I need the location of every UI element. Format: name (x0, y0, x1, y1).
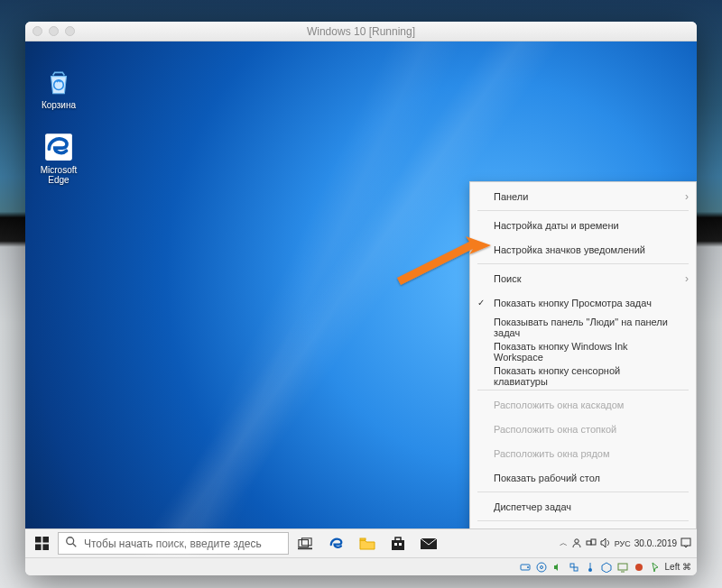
vm-display-icon[interactable] (616, 561, 629, 574)
task-view-button[interactable] (289, 529, 321, 557)
menu-separator (477, 520, 689, 521)
svg-point-24 (537, 563, 546, 572)
taskbar-app-mail[interactable] (413, 529, 444, 557)
menu-separator (477, 263, 689, 264)
svg-rect-15 (394, 543, 397, 546)
recycle-bin-icon (43, 67, 74, 97)
svg-point-8 (67, 537, 74, 545)
taskbar: Чтобы начать поиск, введите здесь (25, 528, 697, 557)
vm-titlebar: Windows 10 [Running] (25, 22, 697, 41)
svg-rect-30 (618, 564, 627, 570)
tray-people-icon[interactable] (571, 537, 582, 550)
taskbar-context-menu: Панели › Настройка даты и времени Настро… (469, 181, 697, 557)
menu-item-task-manager[interactable]: Диспетчер задач (470, 494, 696, 519)
mail-icon (421, 537, 437, 550)
edge-label: Microsoft Edge (31, 165, 87, 185)
tray-action-center-icon[interactable] (680, 537, 691, 550)
vm-mouse-icon[interactable] (649, 561, 662, 574)
svg-rect-10 (299, 539, 309, 547)
menu-separator (477, 492, 689, 492)
taskbar-app-edge[interactable] (321, 529, 352, 557)
recycle-bin-desktop-icon[interactable]: Корзина (31, 67, 87, 110)
guest-desktop[interactable]: Корзина Microsoft Edge Панели › Настройк… (25, 41, 697, 557)
svg-rect-5 (42, 537, 49, 543)
vm-hd-icon[interactable] (519, 561, 532, 574)
svg-rect-14 (392, 540, 404, 550)
gear-icon (476, 553, 487, 557)
search-placeholder: Чтобы начать поиск, введите здесь (84, 537, 262, 550)
tray-chevron-icon[interactable]: ︿ (560, 537, 568, 549)
menu-item-notification-icons[interactable]: Настройка значков уведомлений (470, 237, 696, 262)
menu-separator (477, 210, 689, 211)
menu-item-show-keyboard[interactable]: Показать кнопку сенсорной клавиатуры (470, 363, 696, 388)
svg-marker-3 (397, 236, 491, 285)
start-button[interactable] (25, 529, 58, 557)
zoom-window-button[interactable] (65, 26, 75, 36)
vm-window: Windows 10 [Running] Корзина (25, 22, 697, 575)
edge-desktop-icon[interactable]: Microsoft Edge (31, 132, 87, 185)
tray-language[interactable]: РУС (615, 539, 631, 548)
vm-status-bar: Left ⌘ (25, 557, 697, 575)
tray-date[interactable]: 30.0..2019 (634, 539, 677, 548)
svg-rect-26 (570, 564, 574, 567)
svg-point-32 (635, 564, 643, 571)
chevron-right-icon: › (685, 190, 689, 203)
check-icon: ✓ (477, 298, 485, 308)
menu-item-search[interactable]: Поиск › (470, 266, 696, 290)
pinned-apps (321, 529, 444, 557)
vm-shared-icon[interactable] (600, 561, 613, 574)
svg-rect-27 (574, 567, 578, 571)
svg-point-0 (54, 80, 64, 90)
taskbar-app-store[interactable] (383, 529, 413, 557)
svg-point-23 (527, 566, 529, 568)
menu-item-show-people[interactable]: Показывать панель "Люди" на панели задач (470, 315, 696, 339)
vm-net-icon[interactable] (568, 561, 580, 574)
vm-title: Windows 10 [Running] (25, 25, 697, 38)
menu-item-stack: Расположить окна стопкой (470, 417, 696, 441)
menu-item-lock-taskbar[interactable]: ✓ Закрепить панель задач (470, 523, 696, 547)
svg-rect-6 (35, 544, 42, 550)
svg-rect-12 (298, 547, 312, 549)
svg-point-18 (575, 538, 579, 542)
vm-usb-icon[interactable] (584, 561, 597, 574)
menu-item-show-taskview[interactable]: ✓ Показать кнопку Просмотра задач (470, 290, 696, 315)
edge-icon (328, 535, 346, 553)
svg-rect-19 (587, 541, 591, 545)
windows-icon (35, 537, 49, 550)
annotation-arrow (392, 233, 500, 296)
search-icon (59, 536, 84, 551)
vm-host-key: Left ⌘ (665, 562, 691, 572)
svg-point-25 (540, 565, 542, 568)
taskbar-app-explorer[interactable] (352, 529, 383, 557)
store-icon (390, 536, 406, 552)
tray-network-icon[interactable] (586, 537, 597, 550)
edge-icon (43, 132, 74, 162)
window-controls (32, 26, 75, 36)
svg-line-9 (73, 544, 77, 547)
chevron-right-icon: › (685, 272, 689, 285)
vm-record-icon[interactable] (633, 561, 645, 574)
recycle-bin-label: Корзина (42, 100, 76, 110)
minimize-window-button[interactable] (49, 26, 59, 36)
vm-cd-icon[interactable] (535, 561, 548, 574)
menu-item-cascade: Расположить окна каскадом (470, 392, 696, 417)
system-tray: ︿ РУС 30.0..2019 (560, 529, 697, 557)
menu-item-panels[interactable]: Панели › (470, 184, 696, 208)
svg-rect-20 (591, 539, 596, 545)
svg-rect-4 (35, 537, 42, 543)
svg-rect-1 (45, 133, 72, 161)
menu-item-taskbar-settings[interactable]: Параметры панели задач (470, 547, 696, 557)
menu-item-show-ink[interactable]: Показать кнопку Windows Ink Workspace (470, 339, 696, 363)
vm-audio-icon[interactable] (551, 561, 564, 574)
menu-item-show-desktop[interactable]: Показать рабочий стол (470, 465, 696, 490)
svg-rect-21 (681, 538, 690, 546)
menu-item-date-settings[interactable]: Настройка даты и времени (470, 213, 696, 237)
svg-rect-17 (421, 538, 437, 549)
svg-rect-16 (399, 543, 402, 546)
menu-separator (477, 390, 689, 390)
taskbar-search[interactable]: Чтобы начать поиск, введите здесь (58, 532, 289, 555)
close-window-button[interactable] (32, 26, 42, 36)
taskview-icon (298, 537, 312, 550)
svg-rect-13 (360, 538, 366, 540)
tray-volume-icon[interactable] (600, 537, 611, 550)
